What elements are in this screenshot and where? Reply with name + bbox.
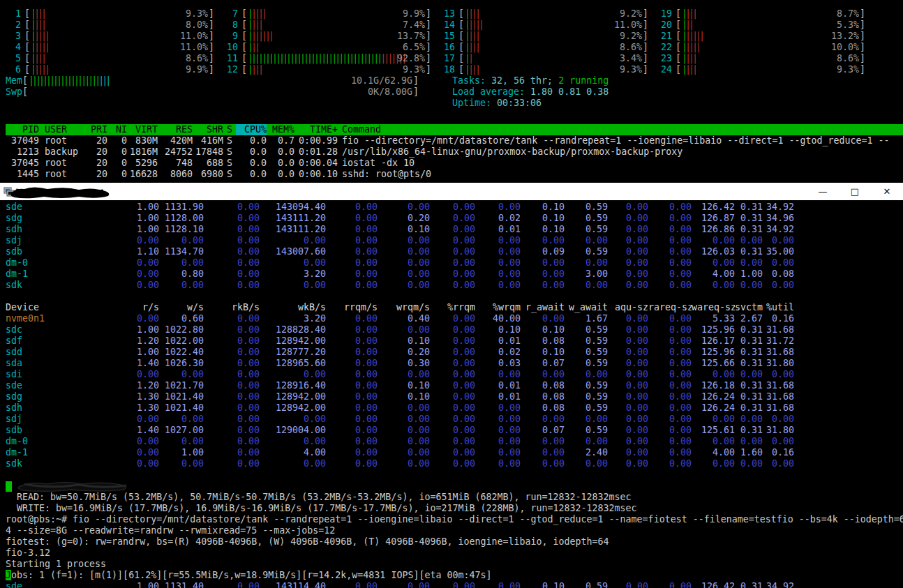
iostat-cell: 0.00 xyxy=(430,581,475,588)
iostat-cell: 0.00 xyxy=(521,257,565,269)
cpu-load-value: 9.2% xyxy=(620,8,642,20)
iostat-cell: 34.96 xyxy=(763,213,794,224)
process-cell: 0.0 xyxy=(267,158,294,169)
bracket: ] xyxy=(413,75,419,86)
iostat-cell: 1.40 xyxy=(103,358,159,369)
iostat-cell: 0.00 xyxy=(204,246,260,257)
iostat-col-svctm: svctm xyxy=(735,302,763,313)
iostat-cell: 0.10 xyxy=(521,324,565,336)
iostat-cell: 0.00 xyxy=(260,369,326,380)
iostat-cell: 0.00 xyxy=(204,581,260,588)
terminal-panel[interactable]: sde1.001131.900.00143094.400.000.000.000… xyxy=(0,200,903,588)
iostat-cell: 0.00 xyxy=(648,246,692,257)
proc-col-s[interactable]: S xyxy=(223,124,236,135)
bracket: [ xyxy=(676,31,681,42)
proc-col-virt[interactable]: VIRT xyxy=(127,124,158,135)
iostat-cell: 143094.40 xyxy=(260,202,326,213)
htop-panel[interactable]: 1[||||9.3%]2[||||8.0%]3[|||||11.0%]4[|||… xyxy=(0,0,903,180)
iostat-cell: 1.00 xyxy=(735,269,763,280)
process-cell: S xyxy=(223,146,236,158)
proc-col-pid[interactable]: PID xyxy=(6,124,39,135)
tasks-line: Tasks: 32, 56 thr; 2 running xyxy=(452,75,609,86)
iostat-cell: 128916.40 xyxy=(260,380,326,391)
iostat-cell: 0.00 xyxy=(103,280,159,291)
cpu-bar: |||| xyxy=(465,64,479,75)
iostat-cell: 0.59 xyxy=(565,380,608,391)
cpu-bar: ||||| xyxy=(682,42,699,53)
iostat-cell: 0.59 xyxy=(565,324,608,336)
proc-col-mem[interactable]: MEM% xyxy=(267,124,294,135)
iostat-cell: 0.00 xyxy=(648,458,692,469)
bracket: [ xyxy=(241,53,247,64)
iostat-cell: 0.00 xyxy=(475,257,521,269)
maximize-button[interactable]: □ xyxy=(839,186,871,197)
iostat-cell: 0.00 xyxy=(521,269,565,280)
fio-read-summary: READ: bw=50.7MiB/s (53.2MB/s), 50.7MiB/s… xyxy=(6,492,903,503)
window-titlebar[interactable]: — □ ✕ xyxy=(0,183,903,200)
iostat-cell: 126.87 xyxy=(692,213,735,224)
cpu-id: 20 xyxy=(657,20,672,31)
cpu-bar: ||| xyxy=(682,20,692,31)
cpu-meter-8: 8[||||7.4%] xyxy=(223,20,440,31)
iostat-cell: 0.00 xyxy=(763,414,794,425)
proc-col-command[interactable]: Command xyxy=(338,124,903,135)
shell-command-wrap: 4 --size=8G --readwrite=randrw --rwmixre… xyxy=(6,525,903,536)
bracket: ] xyxy=(426,20,431,31)
cpu-id: 4 xyxy=(6,42,21,53)
bracket: [ xyxy=(676,42,681,53)
iostat-cell: 0.00 xyxy=(608,369,648,380)
iostat-cell: 0.00 xyxy=(608,414,648,425)
proc-col-shr[interactable]: SHR xyxy=(193,124,223,135)
shell-prompt-command: root@pbs:~# fio --directory=/mnt/datasto… xyxy=(6,514,903,525)
cpu-load-value: 11.0% xyxy=(180,42,208,53)
iostat-cell: 128965.60 xyxy=(260,358,326,369)
iostat-cell: 0.00 xyxy=(608,425,648,436)
iostat-cell: 0.00 xyxy=(430,202,475,213)
proc-col-cpu[interactable]: CPU% xyxy=(236,124,267,135)
iostat-cell: 0.00 xyxy=(475,269,521,280)
iostat-cell: 0.00 xyxy=(326,458,378,469)
iostat-cell: 5.33 xyxy=(692,313,735,324)
bracket: [ xyxy=(24,53,30,64)
iostat-cell: 1022.00 xyxy=(159,336,204,347)
iostat-cell: 0.00 xyxy=(378,324,430,336)
iostat-cell: 126.24 xyxy=(692,402,735,414)
process-row[interactable]: 1213backup2001816M2475217848S0.00.00:01.… xyxy=(6,146,903,158)
process-cell: 0:01.28 xyxy=(294,146,338,158)
iostat-cell: 0.00 xyxy=(735,369,763,380)
iostat-row-sdb: sdb1.101134.700.00143007.600.000.000.000… xyxy=(6,246,794,257)
iostat-cell: 0.00 xyxy=(475,280,521,291)
bracket: [ xyxy=(458,42,464,53)
redacted-title-scribble xyxy=(9,185,114,200)
proc-col-res[interactable]: RES xyxy=(158,124,193,135)
proc-col-ni[interactable]: NI xyxy=(107,124,127,135)
bracket: ] xyxy=(643,53,648,64)
proc-col-user[interactable]: USER xyxy=(39,124,85,135)
iostat-cell: 0.01 xyxy=(475,380,521,391)
iostat-cell: 0.00 xyxy=(260,414,326,425)
iostat-cell: 0.00 xyxy=(763,369,794,380)
cpu-id: 6 xyxy=(6,64,21,75)
iostat-cell: 0.00 xyxy=(475,581,521,588)
iostat-row-sdf: sdf1.201022.000.00128942.000.000.100.000… xyxy=(6,336,794,347)
process-row[interactable]: 37049root200830M420M416MS0.00.70:00.99fi… xyxy=(6,135,903,146)
process-row[interactable]: 1445root2001662880606980S0.00.00:00.10ss… xyxy=(6,169,903,180)
proc-col-pri[interactable]: PRI xyxy=(85,124,107,135)
minimize-button[interactable]: — xyxy=(807,186,839,197)
proc-col-time[interactable]: TIME+ xyxy=(294,124,338,135)
bracket: ] xyxy=(643,20,648,31)
cpu-id: 15 xyxy=(440,31,455,42)
iostat-cell: 0.00 xyxy=(430,358,475,369)
cpu-bar: ||| xyxy=(248,42,258,53)
iostat-cell: 0.00 xyxy=(204,336,260,347)
iostat-cell: 0.00 xyxy=(326,324,378,336)
iostat-cell: 0.00 xyxy=(204,436,260,447)
swap-meter: Swp[0K/8.00G] xyxy=(6,86,419,98)
close-button[interactable]: ✕ xyxy=(871,186,903,197)
fio-write-summary: WRITE: bw=16.9MiB/s (17.7MB/s), 16.9MiB/… xyxy=(6,503,903,514)
iostat-cell: 0.31 xyxy=(735,391,763,402)
process-cell: /usr/lib/x86_64-linux-gnu/proxmox-backup… xyxy=(338,146,903,158)
iostat-cell: 0.00 xyxy=(735,257,763,269)
iostat-cell: 0.31 xyxy=(735,581,763,588)
process-row[interactable]: 37045root2005296748688S0.00.00:00.04iost… xyxy=(6,158,903,169)
